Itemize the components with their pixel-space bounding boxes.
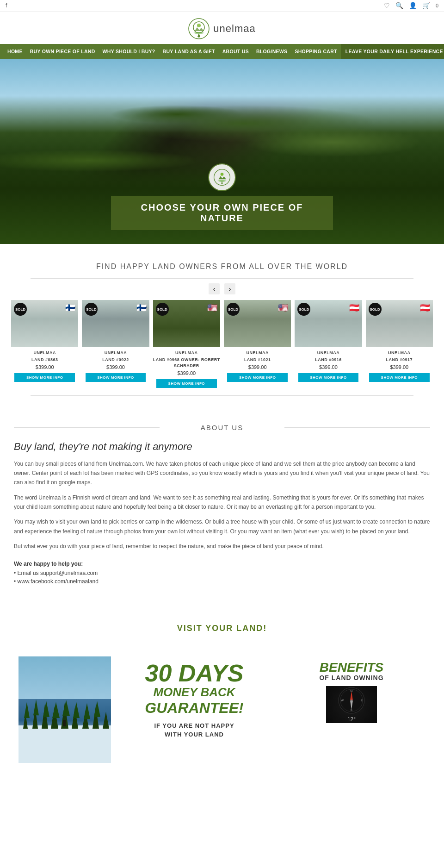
cart-icon[interactable]: 🛒	[422, 2, 430, 9]
nav-cart[interactable]: SHOPPING CART	[291, 44, 340, 59]
benefits-subtitle: OF LAND OWNING	[278, 674, 426, 681]
card-brand: UNELMAA	[224, 350, 291, 356]
card-image-wrap: SOLD 🇺🇸	[153, 300, 220, 347]
carousel-prev[interactable]: ‹	[209, 283, 220, 294]
hero-content: CHOOSE YOUR OWN PIECE OF NATURE	[111, 163, 333, 230]
list-item: SOLD 🇦🇹 UNELMAA LAND #0917 $399.00 SHOW …	[364, 300, 435, 388]
svg-marker-20	[94, 701, 100, 717]
about-headline: Buy land, they're not making it anymore	[14, 441, 430, 453]
promo-section: 30 DAYS MONEY BACK GUARANTEE! IF YOU ARE…	[9, 643, 435, 777]
money-back-guarantee: GUARANTEE!	[120, 699, 268, 717]
card-land-id: LAND #0922	[82, 357, 149, 363]
card-price: $399.00	[153, 370, 220, 376]
money-back-text: MONEY BACK	[120, 685, 268, 699]
owners-title: FIND HAPPY LAND OWNERS FROM ALL OVER THE…	[9, 262, 435, 271]
owners-section: FIND HAPPY LAND OWNERS FROM ALL OVER THE…	[0, 244, 444, 410]
facebook-link[interactable]: f	[6, 2, 7, 9]
list-item: SOLD 🇺🇸 UNELMAA LAND #1021 $399.00 SHOW …	[222, 300, 293, 388]
card-price: $399.00	[224, 364, 291, 370]
country-flag: 🇦🇹	[420, 303, 430, 313]
show-more-button[interactable]: SHOW MORE INFO	[156, 379, 217, 388]
country-flag: 🇦🇹	[349, 303, 359, 313]
show-more-button[interactable]: SHOW MORE INFO	[369, 373, 430, 382]
show-more-button[interactable]: SHOW MORE INFO	[86, 373, 146, 382]
card-brand: UNELMAA	[366, 350, 433, 356]
contact-email[interactable]: • Email us support@unelmaa.com	[14, 570, 430, 576]
about-contact: We are happy to help you: • Email us sup…	[14, 561, 430, 585]
hero-section: CHOOSE YOUR OWN PIECE OF NATURE	[0, 59, 444, 244]
nav-leave-hell[interactable]: LEAVE YOUR DAILY HELL EXPERIENCE	[341, 44, 444, 59]
card-brand: UNELMAA	[295, 350, 362, 356]
card-brand: UNELMAA	[11, 350, 78, 356]
condition-line1: IF YOU ARE NOT HAPPY	[154, 722, 234, 729]
compass-display: N S E W 12°	[326, 686, 377, 723]
card-image-wrap: SOLD 🇦🇹	[295, 300, 362, 347]
nav-home[interactable]: HOME	[4, 44, 26, 59]
sold-badge: SOLD	[227, 303, 240, 316]
sold-badge: SOLD	[14, 303, 27, 316]
show-more-button[interactable]: SHOW MORE INFO	[227, 373, 288, 382]
country-flag: 🇺🇸	[207, 303, 217, 313]
country-flag: 🇫🇮	[65, 303, 75, 313]
about-section-label: ABOUT US	[14, 424, 430, 431]
svg-marker-16	[73, 702, 80, 718]
card-price: $399.00	[11, 364, 78, 370]
list-item: SOLD 🇦🇹 UNELMAA LAND #0916 $399.00 SHOW …	[293, 300, 364, 388]
svg-marker-10	[43, 701, 49, 717]
money-back-days: 30 DAYS	[120, 661, 268, 685]
card-brand: UNELMAA	[82, 350, 149, 356]
benefits-section: BENEFITS OF LAND OWNING N S E W	[278, 656, 426, 728]
wishlist-icon[interactable]: ♡	[384, 2, 390, 9]
svg-marker-12	[52, 702, 60, 718]
card-land-id: LAND #0863	[11, 357, 78, 363]
account-icon[interactable]: 👤	[409, 2, 417, 9]
card-image-wrap: SOLD 🇺🇸	[224, 300, 291, 347]
svg-marker-18	[84, 703, 90, 719]
svg-marker-21	[103, 712, 109, 729]
logo-area: unelmaa	[0, 12, 444, 44]
top-bar-icons: ♡ 🔍 👤 🛒 0	[384, 2, 438, 9]
nav-gift[interactable]: BUY LAND AS A GIFT	[159, 44, 219, 59]
card-land-id: LAND #1021	[224, 357, 291, 363]
visit-land-image	[18, 656, 111, 763]
show-more-button[interactable]: SHOW MORE INFO	[14, 373, 75, 382]
divider-top	[31, 278, 413, 279]
search-icon[interactable]: 🔍	[395, 2, 403, 9]
svg-point-4	[221, 173, 224, 176]
nav-why-buy[interactable]: WHY SHOULD I BUY?	[99, 44, 159, 59]
hero-cta[interactable]: CHOOSE YOUR OWN PIECE OF NATURE	[111, 196, 333, 230]
card-image-wrap: SOLD 🇫🇮	[82, 300, 149, 347]
contact-facebook[interactable]: • www.facebook.com/unelmaaland	[14, 578, 430, 585]
svg-marker-14	[62, 700, 70, 716]
cart-count: 0	[436, 3, 438, 8]
card-image-wrap: SOLD 🇫🇮	[11, 300, 78, 347]
condition-line2: WITH YOUR LAND	[165, 731, 224, 738]
show-more-button[interactable]: SHOW MORE INFO	[298, 373, 359, 382]
country-flag: 🇺🇸	[278, 303, 288, 313]
card-image-wrap: SOLD 🇦🇹	[366, 300, 433, 347]
sold-badge: SOLD	[369, 303, 382, 316]
carousel-nav: ‹ ›	[9, 283, 435, 294]
temperature-display: 12°	[347, 716, 356, 723]
contact-heading: We are happy to help you:	[14, 561, 430, 567]
nav-blog[interactable]: BLOG/NEWS	[253, 44, 291, 59]
money-back-section: 30 DAYS MONEY BACK GUARANTEE! IF YOU ARE…	[120, 656, 268, 744]
money-back-condition: IF YOU ARE NOT HAPPY WITH YOUR LAND	[120, 721, 268, 739]
svg-text:W: W	[341, 699, 344, 702]
about-paragraph-1: You can buy small pieces of land from Un…	[14, 459, 430, 487]
main-nav: HOME BUY OWN PIECE OF LAND WHY SHOULD I …	[0, 44, 444, 59]
nav-buy-land[interactable]: BUY OWN PIECE OF LAND	[26, 44, 99, 59]
list-item: SOLD 🇫🇮 UNELMAA LAND #0922 $399.00 SHOW …	[80, 300, 151, 388]
about-paragraph-2: The word Unelmaa is a Finnish word of dr…	[14, 493, 430, 512]
divider-bottom	[31, 395, 413, 396]
card-price: $399.00	[366, 364, 433, 370]
forest-image-bg	[18, 656, 111, 763]
carousel-next[interactable]: ›	[224, 283, 235, 294]
visit-section: VISIT YOUR LAND!	[0, 600, 444, 777]
about-section: ABOUT US Buy land, they're not making it…	[0, 410, 444, 600]
card-price: $399.00	[295, 364, 362, 370]
svg-point-30	[351, 699, 352, 701]
visit-title: VISIT YOUR LAND!	[9, 624, 435, 633]
benefits-image: N S E W 12°	[326, 686, 377, 723]
nav-about[interactable]: ABOUT US	[219, 44, 253, 59]
